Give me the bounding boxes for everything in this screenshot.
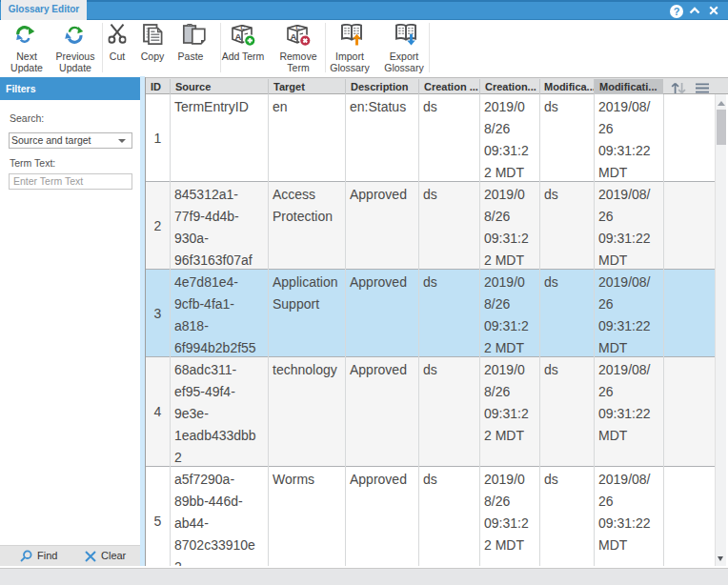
svg-text:A: A — [234, 31, 241, 42]
svg-text:A: A — [290, 31, 296, 42]
